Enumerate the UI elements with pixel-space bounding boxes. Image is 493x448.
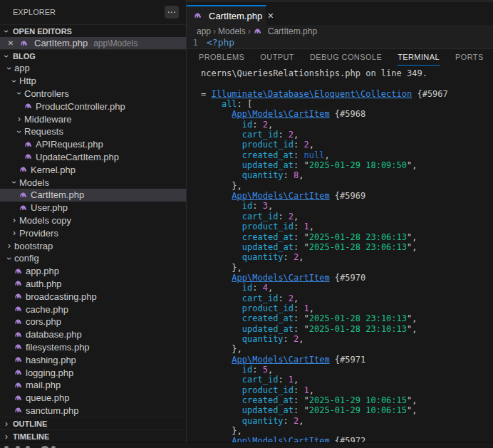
chevron-down-icon: ›	[1, 51, 11, 61]
terminal-line: quantity: 8,	[201, 170, 493, 180]
terminal-line: quantity: 2,	[201, 252, 493, 262]
terminal-text: {#5969	[330, 191, 366, 201]
terminal-text: ,	[299, 252, 303, 262]
tree-item-app-php[interactable]: app.php	[0, 265, 186, 278]
terminal-text: ,	[268, 201, 273, 211]
terminal-class-link[interactable]: App\Models\CartItem	[232, 273, 329, 283]
open-editors-label: OPEN EDITORS	[13, 27, 72, 36]
terminal-text: cart_id	[242, 212, 279, 222]
terminal-text: null	[304, 150, 325, 160]
terminal-text: :	[294, 395, 303, 405]
tree-item-label: queue.php	[26, 392, 69, 403]
terminal-text	[201, 324, 242, 334]
terminal-line: App\Models\CartItem {#5968	[201, 109, 493, 119]
tree-item-providers[interactable]: ›Providers	[0, 226, 186, 239]
panel-tab-ports[interactable]: PORTS	[455, 49, 484, 66]
breadcrumb-item[interactable]: app	[197, 26, 211, 36]
tree-item-app[interactable]: ›app	[0, 62, 186, 75]
close-icon[interactable]: ✕	[267, 11, 274, 21]
terminal-line: },	[201, 344, 493, 354]
tree-item-database-php[interactable]: database.php	[0, 328, 186, 341]
tree-item-models[interactable]: ›Models	[0, 176, 186, 189]
terminal-text	[201, 313, 242, 323]
tree-item-auth-php[interactable]: auth.php	[0, 278, 186, 291]
tree-item-cors-php[interactable]: cors.php	[0, 316, 186, 328]
terminal-text: 1	[289, 375, 294, 385]
terminal-text: 1	[304, 222, 309, 231]
terminal-class-link[interactable]: App\Models\CartItem	[232, 191, 329, 201]
tree-item-cartitem-php[interactable]: CartItem.php	[0, 189, 186, 202]
terminal-line: product_id: 1,	[201, 385, 493, 395]
tree-item-http[interactable]: ›Http	[0, 75, 186, 88]
terminal-class-link[interactable]: Illuminate\Database\Eloquent\Collection	[211, 89, 412, 99]
terminal-line: updated_at: "2025-01-28 23:10:13",	[201, 324, 493, 334]
terminal-class-link[interactable]: App\Models\CartItem	[232, 436, 329, 442]
php-file-icon	[13, 393, 23, 402]
editor-code-line[interactable]: 1 <?php	[187, 37, 493, 48]
tree-item-bootstrap[interactable]: ›bootstrap	[0, 239, 186, 252]
tree-item-mail-php[interactable]: mail.php	[0, 379, 186, 392]
tree-item-sanctum-php[interactable]: sanctum.php	[0, 405, 186, 417]
terminal-text: "	[304, 313, 309, 323]
open-editor-item-cartitem[interactable]: ✕ CartItem.php app\Models	[0, 37, 186, 49]
close-icon[interactable]: ✕	[6, 39, 16, 47]
terminal-class-link[interactable]: App\Models\CartItem	[232, 109, 329, 119]
panel-tab-output[interactable]: OUTPUT	[260, 49, 294, 66]
terminal-text: ,	[412, 160, 417, 170]
breadcrumb-item[interactable]: Models	[218, 26, 246, 36]
terminal-line: App\Models\CartItem {#5970	[201, 273, 493, 283]
tree-item-label: app	[14, 63, 30, 73]
terminal-text: :	[294, 405, 303, 415]
terminal-text	[201, 191, 232, 201]
outline-header[interactable]: › OUTLINE	[0, 417, 186, 429]
panel-tab-terminal[interactable]: TERMINAL	[398, 49, 440, 66]
chevron-down-icon: ›	[9, 76, 19, 86]
tree-item-middleware[interactable]: ›Middleware	[0, 113, 186, 125]
tree-item-label: config	[14, 253, 39, 264]
tree-item-logging-php[interactable]: logging.php	[0, 366, 186, 379]
breadcrumb-item[interactable]: CartItem.php	[268, 26, 317, 36]
terminal-text: created_at	[242, 150, 294, 160]
terminal-output[interactable]: ncerns\QueriesRelationships.php on line …	[187, 66, 493, 442]
chevron-right-icon: ›	[1, 419, 11, 429]
terminal-text	[201, 273, 232, 283]
tree-item-label: cors.php	[26, 316, 61, 327]
outline-label: OUTLINE	[13, 420, 47, 428]
terminal-line: id: 5,	[201, 365, 493, 375]
terminal-text	[201, 436, 232, 442]
tree-item-apirequest-php[interactable]: APIRequest.php	[0, 138, 186, 151]
breadcrumb[interactable]: app›Models›CartItem.php	[187, 25, 493, 37]
terminal-text: ,	[309, 303, 314, 313]
tree-item-label: mail.php	[26, 380, 61, 390]
open-editors-header[interactable]: › OPEN EDITORS	[0, 24, 186, 37]
tree-item-user-php[interactable]: User.php	[0, 202, 186, 214]
workspace-header[interactable]: › BLOG	[0, 49, 186, 62]
tree-item-broadcasting-php[interactable]: broadcasting.php	[0, 290, 186, 303]
tree-item-updatecartitem-php[interactable]: UpdateCartItem.php	[0, 151, 186, 164]
panel-tab-problems[interactable]: PROBLEMS	[199, 49, 244, 66]
tree-item-cache-php[interactable]: cache.php	[0, 303, 186, 316]
tree-item-requests[interactable]: ›Requests	[0, 125, 186, 138]
terminal-text: 1	[304, 385, 309, 395]
panel-tab-debug-console[interactable]: DEBUG CONSOLE	[310, 49, 382, 66]
tree-item-queue-php[interactable]: queue.php	[0, 392, 186, 405]
php-file-icon	[13, 368, 23, 377]
terminal-class-link[interactable]: App\Models\CartItem	[232, 355, 329, 365]
tree-item-kernel-php[interactable]: Kernel.php	[0, 163, 186, 176]
tree-item-config[interactable]: ›config	[0, 252, 186, 265]
terminal-text: "	[304, 232, 309, 242]
more-actions-icon[interactable]: ⋯	[165, 6, 179, 19]
tab-cartitem-php[interactable]: CartItem.php ✕	[187, 5, 266, 25]
tree-item-filesystems-php[interactable]: filesystems.php	[0, 341, 186, 354]
timeline-header[interactable]: › TIMELINE	[0, 429, 186, 442]
tree-item-controllers[interactable]: ›Controllers	[0, 88, 186, 100]
terminal-text	[201, 375, 242, 385]
terminal-line: App\Models\CartItem {#5969	[201, 191, 493, 201]
terminal-text: updated_at	[242, 405, 294, 415]
tree-item-models-copy[interactable]: ›Models copy	[0, 214, 186, 227]
tree-item-hashing-php[interactable]: hashing.php	[0, 353, 186, 366]
chevron-down-icon: ›	[4, 254, 14, 264]
tree-item-productcontroller-php[interactable]: ProductController.php	[0, 100, 186, 113]
open-editor-filename: CartItem.php	[34, 38, 88, 48]
terminal-text: cart_id	[242, 130, 279, 140]
